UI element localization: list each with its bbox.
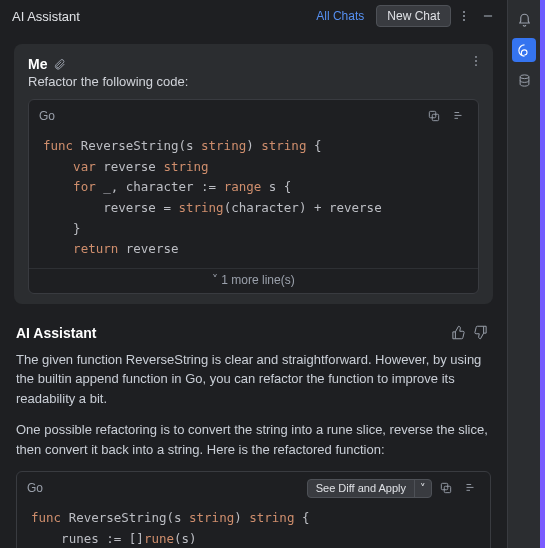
user-name: Me xyxy=(28,56,47,72)
assistant-message: AI Assistant The given function ReverseS… xyxy=(14,322,493,548)
code-body: func ReverseString(s string) string { va… xyxy=(29,132,478,268)
svg-point-5 xyxy=(475,56,477,58)
svg-point-2 xyxy=(463,15,465,17)
see-diff-label: See Diff and Apply xyxy=(308,480,414,496)
chevron-down-icon: ˅ xyxy=(212,273,218,287)
panel-header: AI Assistant All Chats New Chat xyxy=(0,0,507,32)
code-body: func ReverseString(s string) string { ru… xyxy=(17,504,490,548)
more-options-icon[interactable] xyxy=(453,5,475,27)
user-message: Me Refactor the following code: Go func … xyxy=(14,44,493,304)
all-chats-link[interactable]: All Chats xyxy=(306,5,374,27)
user-code-block: Go func ReverseString(s string) string {… xyxy=(28,99,479,294)
assistant-paragraph: One possible refactoring is to convert t… xyxy=(16,420,491,459)
main-panel: AI Assistant All Chats New Chat Me Refac… xyxy=(0,0,507,548)
accent-strip xyxy=(540,0,545,548)
assistant-code-block: Go See Diff and Apply ˅ func ReverseStri… xyxy=(16,471,491,548)
code-header: Go See Diff and Apply ˅ xyxy=(17,472,490,504)
attachment-icon[interactable] xyxy=(53,58,66,71)
svg-point-1 xyxy=(463,11,465,13)
insert-icon[interactable] xyxy=(460,478,480,498)
assistant-header: AI Assistant xyxy=(16,322,491,344)
chat-content: Me Refactor the following code: Go func … xyxy=(0,32,507,548)
assistant-paragraph: The given function ReverseString is clea… xyxy=(16,350,491,409)
thumbs-up-icon[interactable] xyxy=(447,322,469,344)
new-chat-button[interactable]: New Chat xyxy=(376,5,451,27)
svg-point-3 xyxy=(463,19,465,21)
more-lines-label: 1 more line(s) xyxy=(221,273,294,287)
minimize-icon[interactable] xyxy=(477,5,499,27)
code-header: Go xyxy=(29,100,478,132)
insert-icon[interactable] xyxy=(448,106,468,126)
svg-point-0 xyxy=(520,74,529,78)
code-lang-label: Go xyxy=(27,481,307,495)
chevron-down-icon[interactable]: ˅ xyxy=(414,480,431,497)
svg-point-7 xyxy=(475,64,477,66)
ai-assistant-button[interactable] xyxy=(512,38,536,62)
code-lang-label: Go xyxy=(39,109,420,123)
database-button[interactable] xyxy=(512,68,536,92)
assistant-name: AI Assistant xyxy=(16,325,447,341)
notifications-button[interactable] xyxy=(512,8,536,32)
panel-title: AI Assistant xyxy=(8,9,304,24)
svg-point-6 xyxy=(475,60,477,62)
copy-icon[interactable] xyxy=(424,106,444,126)
see-diff-apply-button[interactable]: See Diff and Apply ˅ xyxy=(307,479,432,498)
thumbs-down-icon[interactable] xyxy=(469,322,491,344)
message-menu-icon[interactable] xyxy=(469,54,483,68)
expand-code-button[interactable]: ˅1 more line(s) xyxy=(29,268,478,293)
right-sidebar xyxy=(507,0,540,548)
user-header: Me xyxy=(28,56,479,72)
user-prompt-text: Refactor the following code: xyxy=(28,74,479,89)
copy-icon[interactable] xyxy=(436,478,456,498)
